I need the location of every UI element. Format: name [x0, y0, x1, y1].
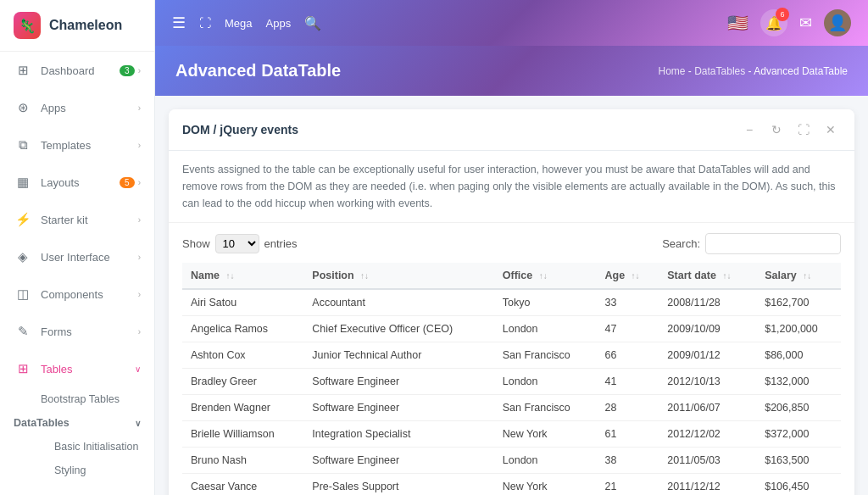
sidebar-item-layouts[interactable]: ▦ Layouts 5 › — [0, 164, 154, 201]
cell-salary: $162,700 — [756, 289, 841, 316]
col-name[interactable]: Name ↑↓ — [182, 263, 303, 289]
cell-start_date: 2011/05/03 — [659, 448, 756, 474]
col-salary[interactable]: Salary ↑↓ — [756, 263, 841, 289]
table-row: Bruno NashSoftware EngineerLondon382011/… — [182, 448, 841, 474]
cell-name: Brielle Williamson — [182, 421, 303, 448]
minimize-button[interactable]: − — [739, 120, 760, 140]
cell-position: Software Engineer — [303, 395, 493, 421]
sidebar-item-label: Forms — [41, 325, 138, 338]
cell-age: 41 — [596, 369, 659, 395]
cell-salary: $132,000 — [756, 369, 841, 395]
col-age[interactable]: Age ↑↓ — [596, 263, 659, 289]
col-office[interactable]: Office ↑↓ — [494, 263, 597, 289]
table-row: Caesar VancePre-Sales SupportNew York212… — [182, 474, 841, 496]
menu-icon[interactable]: ☰ — [172, 14, 186, 32]
breadcrumb-home[interactable]: Home — [658, 65, 685, 77]
chevron-right-icon: › — [138, 290, 141, 299]
sort-icon: ↑↓ — [539, 271, 548, 281]
sidebar-item-dashboard[interactable]: ⊞ Dashboard 3 › — [0, 52, 154, 89]
search-input[interactable] — [705, 233, 841, 254]
topnav-apps-link[interactable]: Apps — [266, 17, 292, 30]
cell-age: 61 — [596, 421, 659, 448]
cell-office: London — [494, 316, 597, 342]
cell-age: 33 — [596, 289, 659, 316]
layouts-icon: ▦ — [14, 173, 32, 192]
cell-position: Chief Executive Officer (CEO) — [303, 316, 493, 342]
breadcrumb-datatables[interactable]: DataTables — [694, 65, 745, 77]
ui-icon: ◈ — [14, 248, 32, 266]
sidebar-item-label: Dashboard — [41, 64, 120, 77]
sidebar-item-forms[interactable]: ✎ Forms › — [0, 313, 154, 350]
show-entries: Show 10 25 50 100 entries — [182, 234, 298, 253]
cell-name: Ashton Cox — [182, 342, 303, 369]
chevron-right-icon: › — [138, 215, 141, 225]
table-body: Airi SatouAccountantTokyo332008/11/28$16… — [182, 289, 841, 495]
search-icon[interactable]: 🔍 — [304, 15, 321, 31]
cell-salary: $106,450 — [756, 474, 841, 496]
cell-office: San Francisco — [494, 342, 597, 369]
dashboard-icon: ⊞ — [14, 61, 32, 80]
refresh-button[interactable]: ↻ — [766, 120, 787, 140]
topnav-mega-link[interactable]: Mega — [225, 17, 253, 30]
cell-office: San Francisco — [494, 395, 597, 421]
chevron-right-icon: › — [138, 141, 141, 150]
notifications-button[interactable]: 🔔 6 — [760, 9, 787, 36]
components-icon: ◫ — [14, 285, 32, 303]
search-label: Search: — [662, 237, 700, 250]
entries-label: entries — [264, 237, 298, 250]
cell-salary: $86,000 — [756, 342, 841, 369]
cell-age: 28 — [596, 395, 659, 421]
table-row: Ashton CoxJunior Technical AuthorSan Fra… — [182, 342, 841, 369]
breadcrumb: Home - DataTables - Advanced DataTable — [658, 65, 848, 77]
cell-start_date: 2011/12/12 — [659, 474, 756, 496]
col-position[interactable]: Position ↑↓ — [303, 263, 493, 289]
table-row: Brielle WilliamsonIntegration Specialist… — [182, 421, 841, 448]
sidebar-item-basic-init[interactable]: Basic Initialisation — [14, 435, 154, 459]
card-body: Show 10 25 50 100 entries Search: — [169, 223, 854, 495]
show-label: Show — [182, 237, 210, 250]
logo-icon: 🦎 — [14, 12, 41, 39]
mail-icon[interactable]: ✉ — [799, 14, 812, 32]
expand-icon[interactable]: ⛶ — [199, 16, 211, 30]
datatables-label: DataTables — [14, 417, 70, 429]
starter-kit-icon: ⚡ — [14, 210, 32, 229]
sidebar-logo[interactable]: 🦎 Chameleon — [0, 0, 154, 52]
sidebar-item-datatables[interactable]: DataTables ∨ — [14, 411, 154, 435]
page-header: Advanced DataTable Home - DataTables - A… — [155, 46, 868, 96]
sidebar-item-templates[interactable]: ⧉ Templates › — [0, 126, 154, 164]
cell-name: Airi Satou — [182, 289, 303, 316]
sidebar-item-label: Components — [41, 288, 138, 301]
chevron-down-icon: ∨ — [135, 419, 141, 428]
sidebar-item-user-interface[interactable]: ◈ User Interface › — [0, 238, 154, 275]
forms-icon: ✎ — [14, 322, 32, 341]
sidebar-item-label: Templates — [41, 139, 138, 152]
sidebar-item-apps[interactable]: ⊛ Apps › — [0, 89, 154, 126]
sort-icon: ↑↓ — [360, 271, 369, 281]
tables-icon: ⊞ — [14, 359, 32, 378]
sidebar-item-components[interactable]: ◫ Components › — [0, 275, 154, 313]
sort-icon: ↑↓ — [803, 271, 811, 281]
cell-position: Software Engineer — [303, 369, 493, 395]
content-area: DOM / jQuery events − ↻ ⛶ ✕ Events assig… — [155, 96, 868, 495]
sidebar-item-styling[interactable]: Styling — [14, 459, 154, 482]
cell-start_date: 2009/01/12 — [659, 342, 756, 369]
dashboard-badge: 3 — [120, 65, 135, 76]
cell-start_date: 2011/06/07 — [659, 395, 756, 421]
table-row: Brenden WagnerSoftware EngineerSan Franc… — [182, 395, 841, 421]
avatar[interactable]: 👤 — [824, 9, 851, 36]
expand-button[interactable]: ⛶ — [793, 120, 814, 140]
sidebar-item-starter-kit[interactable]: ⚡ Starter kit › — [0, 201, 154, 238]
page-title: Advanced DataTable — [175, 61, 341, 81]
sidebar-item-bootstrap-tables[interactable]: Bootstrap Tables — [14, 387, 154, 411]
close-button[interactable]: ✕ — [821, 120, 841, 140]
cell-name: Bruno Nash — [182, 448, 303, 474]
sidebar-item-tables[interactable]: ⊞ Tables ∨ — [0, 350, 154, 387]
entries-select[interactable]: 10 25 50 100 — [215, 234, 259, 253]
cell-age: 47 — [596, 316, 659, 342]
sidebar-item-label: Apps — [41, 102, 138, 114]
sort-icon: ↑↓ — [722, 271, 731, 281]
table-row: Bradley GreerSoftware EngineerLondon4120… — [182, 369, 841, 395]
flag-icon[interactable]: 🇺🇸 — [727, 13, 748, 33]
col-start-date[interactable]: Start date ↑↓ — [659, 263, 756, 289]
cell-name: Caesar Vance — [182, 474, 303, 496]
